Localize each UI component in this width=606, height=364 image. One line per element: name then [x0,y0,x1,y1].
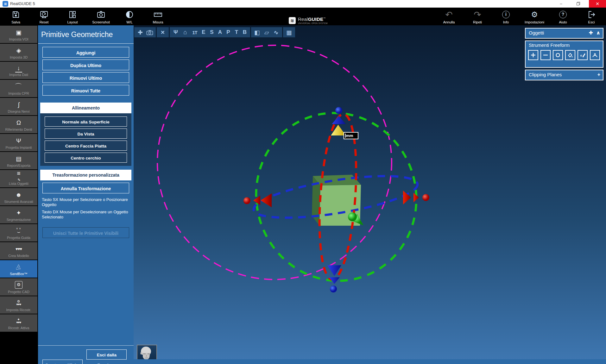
tooth-outline-icon[interactable]: ⌂ [180,29,190,36]
handle-sphere-top [335,107,342,114]
sidebar-item-segmentazione[interactable]: ✦ Segmentazione [0,206,37,223]
ruler-icon [146,9,170,20]
tooth-number-icon[interactable]: 1T [190,30,199,35]
toggle-p-button[interactable]: P [224,29,232,35]
freeform-pen-button[interactable]: e [578,50,588,60]
reconstruction-setup-icon: ⚙♥♥♥ [16,298,21,308]
clip-plane-outline-icon[interactable]: ▱ [262,29,271,36]
undo-button[interactable]: ↶ Annulla [437,9,461,24]
orientation-head-thumbnail[interactable] [137,345,157,359]
freeform-smooth-button[interactable] [590,50,600,60]
sidebar-item-ricostr-attiva[interactable]: ✦♥♥♥ Ricostr. Attiva [0,314,37,332]
annulla-trasformazione-button[interactable]: Annulla Trasformazione [42,183,129,193]
screenshot-button[interactable]: Screenshot [89,9,113,24]
oggetti-panel-header[interactable]: Oggetti ✚ ∧ [525,28,603,39]
centro-faccia-piatta-button[interactable]: Centro Faccia Piatta [45,141,127,151]
toggle-s-button[interactable]: S [208,29,216,35]
handle-cone-right-large [403,191,411,204]
window-level-button[interactable]: W/L [117,9,142,24]
hint-right-mouse: Tasto DX Mouse per Deselezionare un Ogge… [42,210,130,220]
close-view-icon[interactable]: × [158,28,167,36]
clip-plane-filled-icon[interactable]: ◧ [252,29,262,36]
rimuovi-ultimo-button[interactable]: Rimuovi Ultimo [42,72,129,83]
normale-superficie-button[interactable]: Normale alla Superficie [45,116,127,127]
sidebar-item-report-esporta[interactable]: ▤ Report/Esporta [0,152,37,169]
cube-3d-icon: ◈ [16,46,21,55]
freeform-subtract-button[interactable] [540,50,551,60]
exit-icon [579,9,603,20]
save-button[interactable]: Salva [4,9,28,24]
toggle-e-button[interactable]: E [199,29,208,35]
freeform-fill-bucket-button[interactable] [565,50,575,60]
sidebar-item-progetta-impianti[interactable]: Ψ Progetta Impianti [0,134,37,151]
handle-cone-top [332,116,346,124]
sandbox-shapes-icon: △□○ [16,262,21,272]
centro-cerchio-button[interactable]: Centro cerchio [45,153,127,163]
panel-title: Primitive Geometriche [38,25,134,43]
head-model-icon [137,345,155,359]
exit-button[interactable]: Esci [579,9,603,24]
freeform-circle-brush-button[interactable] [553,50,563,60]
implant-visibility-icon[interactable]: Ψ [171,29,180,35]
sidebar-item-importa-dati[interactable]: ↓ Importa Dati [0,62,37,79]
toggle-b-button[interactable]: B [241,29,249,35]
cpr-arch-icon: ⌒ [15,82,23,91]
trasformazione-header[interactable]: Treasformazione personalizzata [40,170,131,180]
sidebar-item-sandbox[interactable]: △□○ SandBox™ [0,260,37,278]
measure-unit-input[interactable]: mm [344,132,358,139]
model-teeth-icon: ♥♥♥ [16,244,22,254]
realguide-badge-icon: ≋ [289,17,296,24]
sidebar-item-progetto-cad[interactable]: ⚙ Progetto CAD [0,278,37,296]
add-clipping-plane-button[interactable]: + [597,72,600,78]
bottom-strip [134,359,606,364]
close-button[interactable]: ✕ [589,0,606,8]
freeform-add-button[interactable] [528,50,538,60]
pan-move-icon[interactable]: ✚ [136,29,145,36]
view-camera-icon[interactable] [145,29,155,36]
allineamento-header[interactable]: Allineamento [40,103,131,113]
toggle-a-button[interactable]: A [216,29,224,35]
maximize-button[interactable] [572,0,584,8]
layout-button[interactable]: Layout [60,9,85,24]
panel-move-icon[interactable]: ✚ [589,30,593,36]
settings-button[interactable]: ⚙ Impostazioni [522,9,546,24]
measure-button[interactable]: Misura [146,9,170,24]
tooth-icon: Ω [16,118,21,127]
brand-bold: GUIDE [308,16,324,22]
freeform-title: Strumenti Freeform [529,42,570,48]
sidebar-item-crea-modello[interactable]: ♥♥♥ Crea Modello [0,242,37,260]
grid-icon[interactable]: ▦ [284,29,294,36]
scarta-modifiche-button[interactable]: Scarta modifiche [42,360,83,364]
svg-text:e: e [580,53,582,57]
vp-group-close: × [157,27,169,37]
redo-button[interactable]: ↷ Ripeti [465,9,489,24]
cad-gear-icon: ⚙ [15,281,22,289]
import-icon: ↓ [15,64,22,72]
sidebar-item-lista-oggetti[interactable]: ≡✎ Lista Oggetti [0,170,37,187]
sidebar-item-progetta-guida[interactable]: ʏ ʏ⌣ Progetta Guida [0,224,37,242]
collapse-chevron-icon[interactable]: ∧ [596,30,600,36]
toggle-t-button[interactable]: T [232,29,241,35]
minimize-button[interactable]: – [555,0,567,8]
clipping-planes-panel-header[interactable]: Clipping Planes + [525,70,603,80]
freeform-tools-panel: Strumenti Freeform e [525,41,603,68]
hint-left-mouse: Tasto SX Mouse per Selezionare o Posizio… [42,197,130,208]
sidebar-item-imposta-3d[interactable]: ◈ Imposta 3D [0,44,37,61]
clip-curve-icon[interactable]: ∿ [271,29,281,36]
sidebar-item-strumenti-avanzati[interactable]: ☻ Strumenti Avanzati [0,188,37,205]
sidebar-item-imposta-voi[interactable]: ▣ Imposta VOI [0,26,37,43]
rimuovi-tutte-button[interactable]: Rimuovi Tutte [42,85,129,96]
esci-funzione-button[interactable]: Esci dalla Funzione [86,349,127,360]
sidebar-item-imposta-cpr[interactable]: ⌒ Imposta CPR [0,80,37,97]
sidebar-item-riferimento-denti[interactable]: Ω Riferimento Denti [0,116,37,133]
unisci-primitive-button[interactable]: Unisci Tutte le Primitive Visibili [42,227,129,238]
info-button[interactable]: i Info [494,9,518,24]
aggiungi-button[interactable]: Aggiungi [42,47,129,58]
sidebar-item-disegna-nervi[interactable]: ∫ Disegna Nervi [0,98,37,115]
duplica-ultimo-button[interactable]: Duplica Ultimo [42,60,129,70]
help-button[interactable]: ? Aiuto [551,9,575,24]
sidebar-item-imposta-ricostr[interactable]: ⚙♥♥♥ Imposta Ricostr. [0,296,37,314]
voi-cube-icon: ▣ [16,28,22,37]
reset-button[interactable]: Reset [32,9,56,24]
da-vista-button[interactable]: Da Vista [45,129,127,139]
